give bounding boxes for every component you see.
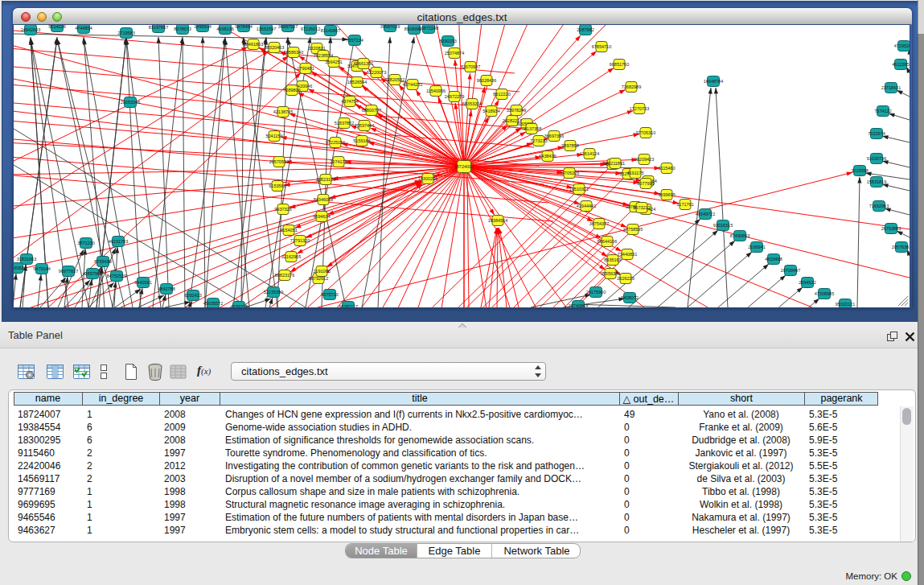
svg-text:32162965: 32162965 xyxy=(281,254,301,259)
svg-text:9699695: 9699695 xyxy=(658,192,675,197)
svg-text:23718431: 23718431 xyxy=(881,85,901,90)
svg-text:58586340: 58586340 xyxy=(284,50,303,55)
svg-text:7022674: 7022674 xyxy=(868,131,885,136)
svg-text:49349722: 49349722 xyxy=(696,212,715,216)
svg-text:6292423: 6292423 xyxy=(184,293,201,298)
svg-text:23209423: 23209423 xyxy=(634,157,654,162)
svg-text:83140807: 83140807 xyxy=(321,28,340,33)
svg-text:88320463: 88320463 xyxy=(265,45,284,50)
svg-text:3564251: 3564251 xyxy=(325,60,342,64)
svg-text:43744231: 43744231 xyxy=(403,82,422,87)
svg-text:41944441: 41944441 xyxy=(577,204,596,208)
svg-text:71662963: 71662963 xyxy=(869,204,889,208)
svg-text:18526544: 18526544 xyxy=(347,80,367,84)
svg-text:97226012: 97226012 xyxy=(301,27,320,31)
svg-text:3871230: 3871230 xyxy=(77,241,94,245)
svg-text:4374754: 4374754 xyxy=(341,99,358,104)
svg-text:67854710: 67854710 xyxy=(592,44,611,49)
svg-text:70211891: 70211891 xyxy=(606,161,625,166)
svg-text:4668136: 4668136 xyxy=(216,27,233,31)
svg-text:46231783: 46231783 xyxy=(109,239,128,244)
svg-text:78137358: 78137358 xyxy=(522,126,541,131)
svg-text:5408072: 5408072 xyxy=(621,295,638,300)
svg-text:36687537: 36687537 xyxy=(278,25,298,29)
svg-text:2166941: 2166941 xyxy=(748,245,765,249)
svg-text:72682989: 72682989 xyxy=(622,84,641,89)
svg-text:68800797: 68800797 xyxy=(362,108,381,113)
svg-text:3320821: 3320821 xyxy=(308,46,325,51)
svg-text:8612220: 8612220 xyxy=(493,92,510,97)
svg-text:96282117: 96282117 xyxy=(339,304,358,308)
svg-text:9375710: 9375710 xyxy=(321,292,338,297)
svg-text:39587039: 39587039 xyxy=(380,25,400,29)
svg-text:18724007: 18724007 xyxy=(454,164,474,169)
svg-text:31831063: 31831063 xyxy=(17,257,36,262)
svg-text:6440561: 6440561 xyxy=(134,280,151,285)
svg-text:72820592: 72820592 xyxy=(385,77,405,82)
svg-text:2626229: 2626229 xyxy=(617,276,634,281)
svg-text:19510312: 19510312 xyxy=(569,187,589,192)
svg-text:4539704: 4539704 xyxy=(230,304,247,308)
svg-text:3154051: 3154051 xyxy=(280,228,297,233)
svg-text:13561597: 13561597 xyxy=(257,27,276,31)
svg-text:8090293: 8090293 xyxy=(439,39,456,43)
svg-text:8755439: 8755439 xyxy=(94,259,111,264)
svg-text:82070937: 82070937 xyxy=(461,64,480,69)
svg-text:4694634: 4694634 xyxy=(313,214,330,219)
svg-text:3215958: 3215958 xyxy=(851,168,868,173)
svg-text:42138745: 42138745 xyxy=(273,109,293,114)
svg-text:97225156: 97225156 xyxy=(326,140,345,145)
svg-text:2074176: 2074176 xyxy=(330,159,347,164)
svg-text:83197857: 83197857 xyxy=(149,25,168,30)
svg-text:8078673: 8078673 xyxy=(174,27,191,31)
svg-text:1790481: 1790481 xyxy=(297,66,314,71)
svg-text:87490893: 87490893 xyxy=(730,233,749,238)
svg-text:61220073: 61220073 xyxy=(367,70,386,75)
svg-text:11540956: 11540956 xyxy=(426,89,446,93)
svg-text:20570592: 20570592 xyxy=(269,159,289,164)
svg-text:7089806: 7089806 xyxy=(283,88,300,93)
svg-text:47308985: 47308985 xyxy=(815,291,834,296)
svg-text:18300295: 18300295 xyxy=(418,176,437,181)
svg-text:9897858: 9897858 xyxy=(561,143,578,148)
svg-text:33978249: 33978249 xyxy=(507,108,526,113)
svg-text:9478454: 9478454 xyxy=(235,25,252,29)
svg-text:9153566: 9153566 xyxy=(269,183,285,188)
svg-text:96977837: 96977837 xyxy=(59,269,78,274)
svg-text:93016315: 93016315 xyxy=(713,223,733,228)
svg-text:5159166: 5159166 xyxy=(353,138,370,143)
svg-text:94705205: 94705205 xyxy=(560,171,579,175)
svg-text:2087682: 2087682 xyxy=(577,27,593,32)
svg-text:2719583: 2719583 xyxy=(117,31,134,35)
svg-text:5418934: 5418934 xyxy=(483,109,499,113)
svg-text:6438436: 6438436 xyxy=(539,154,556,159)
svg-text:24942603: 24942603 xyxy=(21,27,40,32)
svg-text:51837852: 51837852 xyxy=(335,121,354,126)
svg-text:16648784: 16648784 xyxy=(704,79,723,84)
svg-text:66851760: 66851760 xyxy=(610,62,629,67)
svg-text:38754377: 38754377 xyxy=(589,221,609,226)
svg-text:12823170: 12823170 xyxy=(316,177,335,182)
svg-text:20576383: 20576383 xyxy=(892,245,910,249)
svg-text:24972279: 24972279 xyxy=(445,94,464,99)
svg-text:4191175: 4191175 xyxy=(626,171,643,175)
svg-text:12614124: 12614124 xyxy=(580,151,599,156)
svg-text:8077999: 8077999 xyxy=(637,181,654,186)
svg-text:4823498: 4823498 xyxy=(765,257,782,262)
svg-text:5479144: 5479144 xyxy=(33,266,50,271)
svg-text:15831819: 15831819 xyxy=(867,179,886,184)
svg-text:19384554: 19384554 xyxy=(488,218,507,223)
svg-text:20053346: 20053346 xyxy=(121,100,140,105)
svg-text:73791320: 73791320 xyxy=(290,238,310,243)
svg-text:28740864: 28740864 xyxy=(569,303,588,308)
svg-text:5171761: 5171761 xyxy=(676,202,693,207)
svg-text:17270733: 17270733 xyxy=(630,106,649,111)
svg-text:97705310: 97705310 xyxy=(636,130,655,135)
svg-text:45935572: 45935572 xyxy=(203,301,223,306)
svg-text:1499914: 1499914 xyxy=(194,25,211,29)
svg-text:91030736: 91030736 xyxy=(867,156,886,161)
svg-text:57683626: 57683626 xyxy=(14,266,27,270)
svg-text:20709497: 20709497 xyxy=(781,268,800,273)
svg-text:95320121: 95320121 xyxy=(836,302,855,307)
svg-text:70597444: 70597444 xyxy=(355,123,374,128)
